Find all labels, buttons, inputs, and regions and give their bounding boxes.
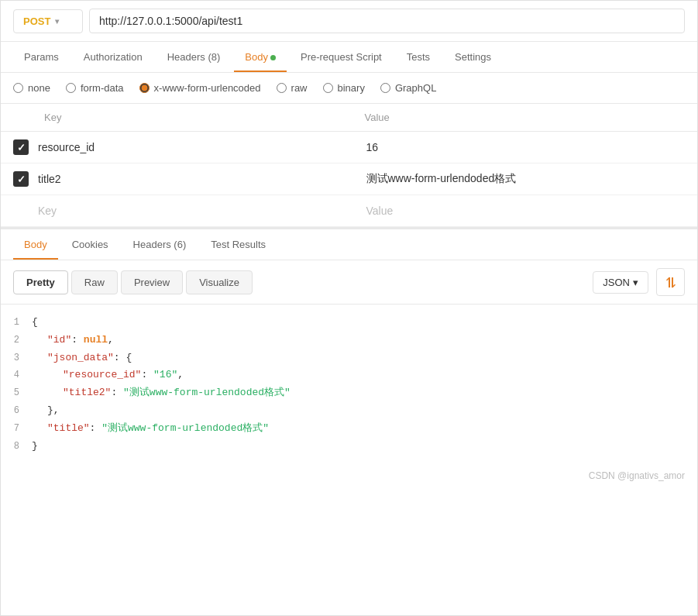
response-tabs: Body Cookies Headers (6) Test Results (1, 229, 697, 260)
row2-checkbox[interactable]: ✓ (13, 171, 29, 187)
code-line-7: 7 "title": "测试www-form-urlendoded格式" (1, 420, 697, 438)
kv-header-value: Value (365, 112, 686, 123)
row1-value: 16 (366, 141, 686, 153)
code-line-3: 3 "json_data": { (1, 349, 697, 367)
row2-key: title2 (38, 173, 357, 185)
radio-binary[interactable]: binary (323, 82, 365, 94)
format-value: JSON (603, 277, 630, 288)
radio-graphql[interactable]: GraphQL (380, 82, 436, 94)
kv-header-key: Key (13, 112, 365, 123)
tab-authorization[interactable]: Authorization (73, 42, 153, 72)
app-container: POST ▾ Params Authorization Headers (8) … (0, 0, 698, 616)
tab-headers[interactable]: Headers (8) (156, 42, 232, 72)
radio-raw[interactable]: raw (277, 82, 308, 94)
response-section: Body Cookies Headers (6) Test Results Pr… (1, 228, 697, 487)
resp-tab-body[interactable]: Body (13, 229, 58, 260)
tab-body[interactable]: Body (234, 42, 287, 72)
row2-value: 测试www-form-urlendoded格式 (366, 172, 686, 186)
code-line-5: 5 "title2": "测试www-form-urlendoded格式" (1, 384, 697, 402)
kv-table-header: Key Value (1, 104, 697, 132)
body-options: none form-data x-www-form-urlencoded raw… (1, 73, 697, 104)
tab-pre-request[interactable]: Pre-request Script (290, 42, 393, 72)
resp-tab-cookies[interactable]: Cookies (61, 229, 119, 260)
method-chevron: ▾ (55, 17, 59, 26)
radio-x-www-form-urlencoded[interactable]: x-www-form-urlencoded (139, 82, 261, 94)
kv-empty-row: Key Value (1, 195, 697, 227)
resp-tab-test-results[interactable]: Test Results (200, 229, 277, 260)
empty-value[interactable]: Value (366, 205, 686, 217)
method-button[interactable]: POST ▾ (13, 9, 83, 33)
tab-settings[interactable]: Settings (444, 42, 502, 72)
tab-tests[interactable]: Tests (396, 42, 441, 72)
wrap-icon: ⇌ (662, 277, 679, 288)
body-dot (270, 55, 276, 60)
radio-form-data[interactable]: form-data (66, 82, 124, 94)
method-label: POST (23, 15, 50, 27)
table-row: ✓ title2 测试www-form-urlendoded格式 (1, 163, 697, 195)
viewer-preview[interactable]: Preview (121, 270, 183, 294)
viewer-visualize[interactable]: Visualize (186, 270, 253, 294)
resp-tab-headers[interactable]: Headers (6) (122, 229, 198, 260)
format-select[interactable]: JSON ▾ (593, 271, 648, 294)
row1-checkbox[interactable]: ✓ (13, 139, 29, 155)
code-line-1: 1 { (1, 314, 697, 332)
wrap-button[interactable]: ⇌ (656, 268, 685, 296)
tab-params[interactable]: Params (13, 42, 70, 72)
code-line-6: 6 }, (1, 402, 697, 420)
table-row: ✓ resource_id 16 (1, 132, 697, 163)
radio-none[interactable]: none (13, 82, 50, 94)
watermark: CSDN @ignativs_amor (1, 464, 697, 487)
json-code-viewer: 1 { 2 "id": null, 3 "json_data": { 4 "re… (1, 305, 697, 464)
request-tabs: Params Authorization Headers (8) Body Pr… (1, 42, 697, 73)
code-line-4: 4 "resource_id": "16", (1, 367, 697, 384)
url-input[interactable] (89, 9, 685, 33)
kv-table: Key Value ✓ resource_id 16 ✓ title2 测试ww… (1, 104, 697, 228)
code-line-2: 2 "id": null, (1, 332, 697, 349)
viewer-raw[interactable]: Raw (71, 270, 118, 294)
row1-key: resource_id (38, 141, 357, 153)
url-bar: POST ▾ (1, 1, 697, 42)
viewer-toolbar: Pretty Raw Preview Visualize JSON ▾ ⇌ (1, 260, 697, 305)
code-line-8: 8 } (1, 438, 697, 456)
empty-checkbox-placeholder (13, 203, 29, 219)
viewer-pretty[interactable]: Pretty (13, 270, 68, 294)
empty-key[interactable]: Key (38, 205, 357, 217)
format-chevron: ▾ (633, 277, 638, 288)
